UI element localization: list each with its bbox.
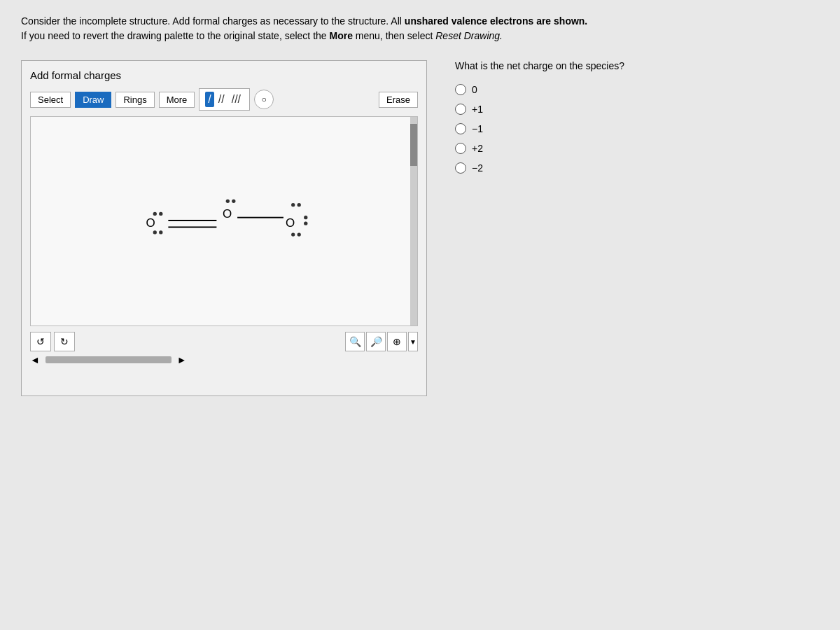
- scrollbar-thumb: [410, 124, 417, 166]
- svg-point-3: [153, 230, 157, 234]
- option-plus1-label: +1: [472, 104, 483, 115]
- option-plus1[interactable]: +1: [455, 104, 624, 115]
- bond-tools: / // ///: [199, 88, 250, 111]
- svg-point-7: [226, 200, 230, 203]
- draw-button[interactable]: Draw: [75, 92, 111, 108]
- svg-point-13: [291, 232, 295, 236]
- radio-circle-minus1: [455, 123, 466, 134]
- nav-right-button[interactable]: ►: [177, 354, 187, 365]
- option-minus2[interactable]: −2: [455, 162, 624, 174]
- nav-left-button[interactable]: ◄: [30, 354, 40, 365]
- undo-redo-group: ↺ ↻: [30, 332, 75, 351]
- radio-circle-minus2: [455, 162, 466, 174]
- rings-button[interactable]: Rings: [115, 92, 154, 108]
- double-bond-button[interactable]: //: [216, 92, 227, 107]
- svg-point-1: [153, 212, 157, 216]
- radio-options: 0 +1 −1 +2 −2: [455, 84, 624, 174]
- horizontal-scrollbar[interactable]: [46, 356, 172, 363]
- zoom-in-button[interactable]: ⊕: [387, 332, 407, 351]
- svg-point-0: [159, 212, 162, 216]
- svg-text:O: O: [223, 207, 232, 220]
- svg-point-11: [291, 203, 295, 206]
- molecule-svg: O O: [31, 117, 417, 326]
- single-bond-button[interactable]: /: [205, 92, 214, 107]
- svg-point-8: [232, 200, 235, 203]
- svg-point-12: [298, 203, 301, 206]
- drawing-area[interactable]: O O: [30, 116, 418, 326]
- circle-tool-button[interactable]: ○: [254, 90, 274, 109]
- option-0[interactable]: 0: [455, 84, 624, 95]
- svg-point-2: [159, 230, 162, 234]
- toolbar: Select Draw Rings More / // /// ○ Erase: [30, 88, 418, 111]
- zoom-controls: 🔍 🔎 ⊕ ▼: [345, 332, 418, 351]
- drawing-panel: Add formal charges Select Draw Rings Mor…: [21, 60, 427, 396]
- zoom-out-button[interactable]: 🔎: [366, 332, 386, 351]
- svg-point-17: [304, 222, 307, 225]
- svg-point-16: [304, 216, 307, 219]
- select-button[interactable]: Select: [30, 92, 71, 108]
- radio-circle-plus2: [455, 143, 466, 154]
- option-0-label: 0: [472, 84, 477, 95]
- option-minus2-label: −2: [472, 162, 483, 174]
- option-plus2[interactable]: +2: [455, 143, 624, 154]
- svg-text:O: O: [286, 216, 295, 230]
- vertical-scrollbar[interactable]: [410, 117, 417, 326]
- bottom-toolbar: ↺ ↻ 🔍 🔎 ⊕ ▼: [30, 332, 418, 351]
- question-panel: What is the net charge on the species? 0…: [455, 60, 624, 174]
- option-plus2-label: +2: [472, 143, 483, 154]
- nav-row: ◄ ►: [30, 354, 418, 365]
- svg-point-14: [298, 232, 301, 236]
- question-title: What is the net charge on the species?: [455, 60, 624, 71]
- option-minus1-label: −1: [472, 123, 483, 134]
- radio-circle-plus1: [455, 104, 466, 115]
- erase-button[interactable]: Erase: [379, 92, 418, 108]
- radio-circle-0: [455, 84, 466, 95]
- triple-bond-button[interactable]: ///: [229, 92, 244, 107]
- instruction-text: Consider the incomplete structure. Add f…: [21, 14, 595, 43]
- zoom-fit-button[interactable]: 🔍: [345, 332, 365, 351]
- more-button[interactable]: More: [159, 92, 195, 108]
- panel-title: Add formal charges: [30, 69, 418, 81]
- option-minus1[interactable]: −1: [455, 123, 624, 134]
- svg-text:O: O: [146, 216, 155, 230]
- undo-button[interactable]: ↺: [30, 332, 51, 351]
- zoom-dropdown-button[interactable]: ▼: [408, 332, 418, 351]
- redo-button[interactable]: ↻: [54, 332, 75, 351]
